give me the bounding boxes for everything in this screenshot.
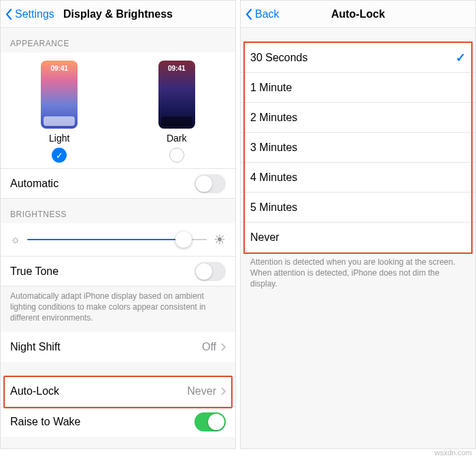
check-icon: ✓ (56, 150, 63, 161)
autolock-note: Attention is detected when you are looki… (241, 252, 475, 298)
automatic-label: Automatic (10, 178, 58, 190)
truetone-row[interactable]: True Tone (1, 257, 235, 287)
nightshift-row[interactable]: Night Shift Off (1, 332, 235, 362)
back-button[interactable]: Back (241, 8, 279, 20)
truetone-toggle[interactable] (194, 262, 226, 281)
autolock-screen: Back Auto-Lock 30 Seconds✓1 Minute2 Minu… (240, 0, 476, 449)
thumb-time: 09:41 (158, 65, 195, 72)
automatic-row[interactable]: Automatic (1, 169, 235, 199)
autolock-value: Never (187, 385, 216, 397)
autolock-option[interactable]: Never (241, 223, 475, 252)
light-radio-selected[interactable]: ✓ (52, 148, 67, 163)
raise-to-wake-row[interactable]: Raise to Wake (1, 407, 235, 437)
autolock-option[interactable]: 4 Minutes (241, 163, 475, 193)
chevron-right-icon (220, 387, 226, 395)
display-brightness-screen: Settings Display & Brightness APPEARANCE… (0, 0, 236, 449)
brightness-slider[interactable] (27, 233, 207, 246)
nightshift-value: Off (202, 341, 216, 353)
light-thumbnail: 09:41 (41, 61, 78, 129)
section-header-appearance: APPEARANCE (1, 28, 235, 52)
back-label: Settings (15, 8, 54, 20)
autolock-option[interactable]: 1 Minute (241, 73, 475, 103)
back-button[interactable]: Settings (1, 8, 54, 20)
chevron-right-icon (220, 343, 226, 351)
appearance-dark[interactable]: 09:41 Dark (158, 61, 195, 163)
appearance-group: 09:41 Light ✓ 09:41 Dark (1, 52, 235, 169)
option-label: 1 Minute (250, 82, 292, 94)
option-label: 5 Minutes (250, 201, 297, 214)
autolock-option[interactable]: 3 Minutes (241, 133, 475, 163)
section-header-brightness: BRIGHTNESS (1, 199, 235, 223)
chevron-left-icon (5, 8, 13, 20)
nav-bar: Back Auto-Lock (241, 1, 475, 28)
nav-bar: Settings Display & Brightness (1, 1, 235, 28)
appearance-light[interactable]: 09:41 Light ✓ (41, 61, 78, 163)
brightness-row: ☼ ☀ (1, 223, 235, 257)
option-label: Never (250, 231, 279, 244)
truetone-label: True Tone (10, 265, 58, 278)
option-label: 4 Minutes (250, 171, 297, 184)
option-label: 3 Minutes (250, 142, 297, 154)
truetone-note: Automatically adapt iPhone display based… (1, 287, 235, 332)
dark-label: Dark (167, 133, 187, 144)
option-label: 30 Seconds (250, 52, 308, 64)
autolock-option[interactable]: 5 Minutes (241, 193, 475, 223)
sun-low-icon: ☼ (10, 233, 20, 246)
chevron-left-icon (245, 8, 253, 20)
autolock-label: Auto-Lock (10, 385, 59, 397)
raise-label: Raise to Wake (10, 416, 80, 428)
thumb-time: 09:41 (41, 65, 78, 72)
watermark: wsxdn.com (435, 448, 472, 457)
check-icon: ✓ (456, 50, 466, 65)
autolock-row[interactable]: Auto-Lock Never (1, 377, 235, 407)
sun-high-icon: ☀ (214, 231, 226, 248)
dark-thumbnail: 09:41 (158, 61, 195, 129)
option-label: 2 Minutes (250, 112, 297, 124)
autolock-options: 30 Seconds✓1 Minute2 Minutes3 Minutes4 M… (241, 43, 475, 252)
dark-radio[interactable] (169, 148, 184, 163)
autolock-option[interactable]: 2 Minutes (241, 103, 475, 133)
light-label: Light (49, 133, 69, 144)
back-label: Back (255, 8, 279, 20)
autolock-option[interactable]: 30 Seconds✓ (241, 43, 475, 73)
nightshift-label: Night Shift (10, 341, 61, 353)
automatic-toggle[interactable] (194, 174, 226, 193)
raise-toggle[interactable] (194, 412, 226, 431)
